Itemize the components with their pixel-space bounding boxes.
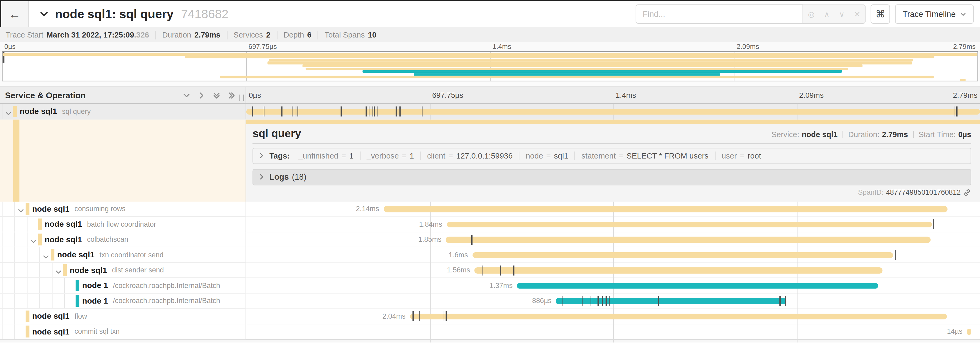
operation-name: commit sql txn: [75, 328, 120, 335]
span-name-cell[interactable]: node sql1colbatchscan: [0, 232, 246, 247]
span-bar[interactable]: [246, 109, 980, 115]
tag-equals: =: [402, 151, 406, 160]
minimap-canvas[interactable]: [2, 51, 978, 82]
log-marker: [298, 107, 298, 117]
log-marker: [366, 107, 367, 117]
span-row[interactable]: node sql1sql query: [0, 104, 980, 119]
tag-key: _unfinished: [298, 151, 338, 160]
span-timeline-cell[interactable]: 1.56ms: [246, 262, 980, 278]
span-name-cell[interactable]: node sql1txn coordinator send: [0, 247, 246, 262]
tag-equals: =: [619, 151, 624, 160]
back-arrow-icon: ←: [9, 7, 21, 21]
column-resizer-grip[interactable]: [239, 94, 244, 101]
log-marker: [372, 107, 373, 117]
span-name-cell[interactable]: node sql1commit sql txn: [0, 324, 246, 339]
find-input[interactable]: [636, 5, 803, 24]
indent-guide: [52, 262, 52, 277]
tag-value: SELECT * FROM users: [627, 151, 709, 160]
span-name-cell[interactable]: node 1/cockroach.roachpb.Internal/Batch: [0, 293, 246, 309]
tag-value: 1: [349, 151, 353, 160]
indent-guide: [2, 293, 2, 308]
span-name-cell[interactable]: node sql1consuming rows: [0, 201, 246, 217]
tag-key: statement: [582, 151, 616, 160]
span-timeline-cell[interactable]: 2.14ms: [246, 201, 980, 217]
span-row[interactable]: node sql1dist sender send1.56ms: [0, 262, 980, 278]
collapse-all-icon[interactable]: [213, 91, 221, 99]
indent-guide: [39, 247, 40, 262]
span-row[interactable]: node sql1flow2.04ms: [0, 309, 980, 324]
tags-summary[interactable]: Tags: _unfinished=1_verbose=1client=127.…: [252, 147, 971, 164]
expand-all-icon[interactable]: [228, 91, 236, 99]
find-target-icon[interactable]: ◎: [808, 10, 815, 19]
minimap-section: 0µs697.75µs1.4ms2.09ms2.79ms: [0, 42, 980, 86]
operation-name: batch flow coordinator: [87, 220, 156, 228]
indent-guide: [64, 293, 65, 308]
find-prev-icon[interactable]: ∧: [824, 10, 830, 19]
span-color-bar: [13, 106, 17, 117]
expand-one-icon[interactable]: [197, 91, 206, 99]
log-marker: [264, 107, 265, 117]
span-detail-left-column: [0, 119, 246, 201]
span-timeline-cell[interactable]: 1.85ms: [246, 232, 980, 247]
span-timeline-cell[interactable]: 1.37ms: [246, 278, 980, 293]
span-bar[interactable]: [474, 267, 883, 274]
span-bar[interactable]: [447, 221, 931, 227]
link-icon[interactable]: [963, 188, 971, 196]
tick-label: 0µs: [249, 91, 261, 99]
find-next-icon[interactable]: ∨: [839, 10, 845, 19]
minimap-gap: [0, 82, 980, 86]
chevron-down-icon[interactable]: [55, 267, 62, 278]
chevron-down-icon[interactable]: [18, 205, 24, 217]
service-name: node sql1: [45, 219, 82, 229]
tag-value: 127.0.0.1:59936: [456, 151, 513, 160]
span-bar[interactable]: [967, 329, 971, 335]
view-selector-button[interactable]: Trace Timeline: [895, 5, 974, 24]
tag-key: client: [427, 151, 445, 160]
find-clear-icon[interactable]: ✕: [854, 10, 860, 19]
span-row[interactable]: node sql1txn coordinator send1.6ms: [0, 247, 980, 262]
back-button[interactable]: ←: [0, 1, 29, 27]
log-marker: [609, 296, 610, 306]
trace-viewer: ← node sql1: sql query 7418682 ◎ ∧ ∨ ✕ ⌘: [0, 0, 980, 344]
chevron-down-icon[interactable]: [30, 236, 37, 247]
span-name-cell[interactable]: node 1/cockroach.roachpb.Internal/Batch: [0, 278, 246, 293]
span-bar[interactable]: [473, 252, 894, 258]
log-marker: [590, 296, 591, 306]
chevron-down-icon[interactable]: [5, 108, 12, 119]
indent-guide: [27, 232, 27, 247]
chevron-down-icon[interactable]: [43, 251, 49, 263]
span-labels: node sql1dist sender send: [70, 262, 164, 277]
span-row[interactable]: node sql1colbatchscan1.85ms: [0, 232, 980, 247]
span-timeline-cell[interactable]: 2.04ms: [246, 309, 980, 324]
span-timeline-cell[interactable]: 14µs: [246, 324, 980, 339]
indent-guide: [2, 201, 2, 216]
span-timeline-cell[interactable]: 886µs: [246, 293, 980, 309]
span-name-cell[interactable]: node sql1batch flow coordinator: [0, 217, 246, 232]
span-row[interactable]: node sql1commit sql txn14µs: [0, 324, 980, 339]
trace-stats-bar: Trace Start March 31 2022, 17:25:09.326 …: [0, 27, 980, 42]
keyboard-shortcuts-button[interactable]: ⌘: [871, 5, 890, 24]
span-bar[interactable]: [446, 237, 931, 243]
log-marker: [399, 107, 400, 117]
span-color-bar: [51, 249, 54, 261]
span-timeline-cell[interactable]: 1.84ms: [246, 217, 980, 232]
span-row[interactable]: node sql1consuming rows2.14ms: [0, 201, 980, 217]
span-row[interactable]: node 1/cockroach.roachpb.Internal/Batch8…: [0, 293, 980, 309]
logs-summary[interactable]: Logs (18): [252, 169, 971, 185]
span-name-cell[interactable]: node sql1flow: [0, 309, 246, 324]
span-bar[interactable]: [517, 283, 878, 289]
span-row[interactable]: node sql1batch flow coordinator1.84ms: [0, 217, 980, 232]
collapse-one-icon[interactable]: [183, 91, 191, 99]
log-marker: [413, 311, 414, 321]
span-bar[interactable]: [383, 206, 948, 212]
tag: node=sql1: [520, 151, 575, 160]
span-bar[interactable]: [410, 314, 947, 320]
span-timeline-cell[interactable]: 1.6ms: [246, 247, 980, 262]
trace-title-area: node sql1: sql query 7418682: [29, 7, 228, 21]
span-timeline-cell[interactable]: [246, 104, 980, 119]
span-name-cell[interactable]: node sql1dist sender send: [0, 262, 246, 278]
span-name-cell[interactable]: node sql1sql query: [0, 104, 246, 119]
indent-guide: [14, 309, 15, 323]
title-chevron-down-icon[interactable]: [39, 10, 49, 19]
span-row[interactable]: node 1/cockroach.roachpb.Internal/Batch1…: [0, 278, 980, 293]
